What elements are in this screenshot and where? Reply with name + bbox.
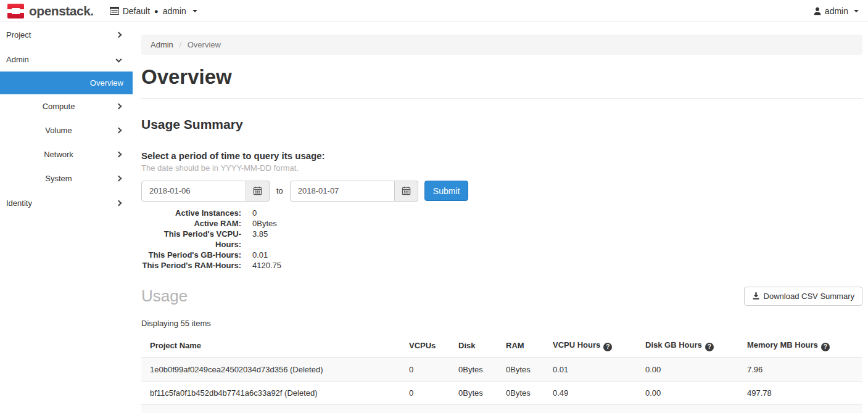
table-header-row: Project NameVCPUsDiskRAMVCPU Hours?Disk … (141, 334, 862, 358)
stat-label: Active Instances: (141, 208, 241, 218)
sidebar-label: Volume (0, 118, 117, 142)
cell-disk-gb-hours: 0.00 (640, 404, 742, 413)
sidebar-item-overview-selected[interactable]: Overview (0, 72, 133, 94)
cell-disk: 0Bytes (453, 381, 501, 404)
cell-memory-mb-hours: 7.96 (742, 358, 862, 381)
openstack-logo-icon (7, 4, 24, 18)
sidebar-item-compute[interactable]: Compute (0, 94, 133, 118)
sidebar-label: Compute (0, 94, 117, 118)
cell-project-name: bf11c5fa0f1b452db4b7741a6c33a92f (Delete… (141, 381, 404, 404)
person-icon (813, 7, 822, 15)
date-from-input[interactable] (141, 181, 246, 202)
stat-label: This Period's GB-Hours: (141, 250, 241, 260)
stat-value: 4120.75 (252, 260, 862, 271)
cell-memory-mb-hours: 110.93 (742, 404, 862, 413)
stat-value: 3.85 (252, 229, 862, 250)
sidebar-item-system[interactable]: System (0, 166, 133, 190)
top-navbar: openstack. Default ● admin admin (0, 0, 868, 22)
user-label: admin (825, 6, 848, 16)
calendar-icon (402, 186, 411, 195)
column-label: RAM (506, 341, 524, 350)
title-divider (141, 98, 862, 99)
question-mark-icon[interactable]: ? (705, 343, 714, 351)
list-icon (110, 7, 119, 15)
date-from-calendar-addon[interactable] (246, 181, 270, 202)
cell-vcpu-hours: 0.01 (548, 358, 640, 381)
cell-ram: 0Bytes (501, 404, 548, 413)
date-format-hint: The date should be in YYYY-MM-DD format. (141, 163, 862, 173)
cell-disk: 0Bytes (453, 358, 501, 381)
column-header-ram[interactable]: RAM (501, 334, 548, 358)
column-label: Project Name (150, 341, 201, 350)
usage-heading: Usage (141, 287, 188, 306)
item-count: Displaying 55 items (141, 319, 862, 328)
cell-memory-mb-hours: 497.78 (742, 381, 862, 404)
stat-value: 0.01 (252, 250, 862, 260)
cell-project-name: ea1f2f357c09465eb6991edf7079efbe (Delete… (141, 404, 404, 413)
cell-ram: 0Bytes (501, 381, 548, 404)
main-content: Admin / Overview Overview Usage Summary … (133, 35, 868, 413)
sidebar-label: Admin (6, 55, 29, 64)
sidebar-label: System (0, 166, 117, 190)
cell-vcpu-hours: 0.11 (548, 404, 640, 413)
sidebar-label: Identity (6, 198, 32, 208)
column-header-disk[interactable]: Disk (453, 334, 501, 358)
question-mark-icon[interactable]: ? (603, 343, 612, 351)
table-row: ea1f2f357c09465eb6991edf7079efbe (Delete… (141, 404, 862, 413)
column-label: VCPU Hours (553, 340, 600, 350)
column-header-vcpus[interactable]: VCPUs (404, 334, 453, 358)
sidebar-item-volume[interactable]: Volume (0, 118, 133, 142)
date-to-calendar-addon[interactable] (395, 181, 418, 202)
brand-link[interactable]: openstack. (7, 4, 94, 18)
cell-vcpus: 0 (404, 358, 453, 381)
column-header-vcpu-hours[interactable]: VCPU Hours? (548, 334, 640, 358)
caret-down-icon (854, 10, 859, 12)
column-header-memory-mb-hours[interactable]: Memory MB Hours? (742, 334, 862, 358)
date-period-prompt: Select a period of time to query its usa… (141, 150, 862, 161)
cell-vcpus: 0 (404, 404, 453, 413)
project-label: admin (163, 6, 186, 16)
breadcrumb: Admin / Overview (141, 35, 862, 55)
usage-summary-heading: Usage Summary (141, 117, 862, 132)
column-header-disk-gb-hours[interactable]: Disk GB Hours? (640, 334, 742, 358)
cell-vcpu-hours: 0.49 (548, 381, 640, 404)
project-dot-icon: ● (154, 7, 159, 15)
sidebar-label: Project (6, 30, 31, 39)
sidebar-item-project[interactable]: Project (0, 22, 133, 47)
user-menu[interactable]: admin (813, 6, 859, 16)
cell-ram: 0Bytes (501, 358, 548, 381)
column-header-project-name[interactable]: Project Name (141, 334, 404, 358)
breadcrumb-current: Overview (188, 40, 221, 49)
page-title: Overview (141, 65, 862, 89)
date-to-input[interactable] (290, 181, 395, 202)
breadcrumb-admin[interactable]: Admin (151, 40, 173, 49)
cell-disk: 0Bytes (453, 404, 501, 413)
stat-label: This Period's VCPU-Hours: (141, 229, 241, 250)
stat-value: 0Bytes (252, 218, 862, 229)
question-mark-icon[interactable]: ? (821, 343, 830, 351)
sidebar-item-identity[interactable]: Identity (0, 190, 133, 215)
usage-section-header: Usage Download CSV Summary (141, 287, 862, 306)
sidebar-label: Network (0, 142, 117, 166)
chevron-right-icon (116, 200, 122, 206)
column-label: Disk GB Hours (645, 340, 702, 350)
domain-label: Default (123, 6, 150, 16)
submit-button[interactable]: Submit (424, 181, 469, 201)
sidebar-item-admin[interactable]: Admin (0, 47, 133, 72)
usage-summary-stats: Active Instances:0Active RAM:0BytesThis … (141, 208, 862, 271)
to-label: to (276, 186, 283, 195)
cell-vcpus: 0 (404, 381, 453, 404)
download-csv-button[interactable]: Download CSV Summary (744, 287, 862, 306)
stat-value: 0 (252, 208, 862, 218)
domain-project-switcher[interactable]: Default ● admin (110, 6, 197, 16)
brand-text: openstack. (29, 4, 94, 18)
column-label: Disk (458, 341, 475, 350)
sidebar-item-network[interactable]: Network (0, 142, 133, 166)
date-to-group (290, 181, 418, 202)
date-range-form: to Submit (141, 181, 862, 202)
download-csv-label: Download CSV Summary (764, 292, 854, 301)
table-row: bf11c5fa0f1b452db4b7741a6c33a92f (Delete… (141, 381, 862, 404)
cell-project-name: 1e0b0f99af0249cea24502034d73d356 (Delete… (141, 358, 404, 381)
horizon-dashboard: openstack. Default ● admin admin Project (0, 0, 868, 413)
download-icon (752, 292, 760, 300)
